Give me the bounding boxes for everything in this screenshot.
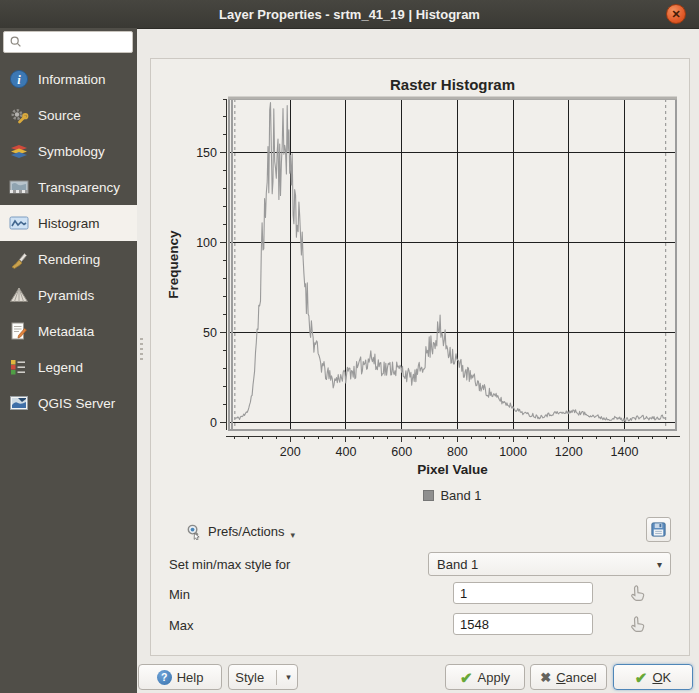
metadata-icon bbox=[9, 321, 29, 341]
chevron-down-icon: ▾ bbox=[286, 672, 291, 682]
qgis-server-icon bbox=[9, 393, 29, 413]
sidebar-item-source[interactable]: Source bbox=[0, 97, 137, 133]
check-icon: ✔ bbox=[635, 670, 648, 685]
style-button[interactable]: Style ▾ bbox=[228, 664, 298, 690]
band-select-value: Band 1 bbox=[437, 557, 478, 572]
window-title: Layer Properties - srtm_41_19 | Histogra… bbox=[219, 7, 480, 22]
close-icon: ✕ bbox=[671, 8, 680, 21]
help-label: Help bbox=[177, 670, 204, 685]
min-input[interactable] bbox=[453, 582, 593, 604]
set-minmax-label: Set min/max style for bbox=[169, 557, 290, 572]
histogram-plot[interactable]: 050100150200400600800100012001400Pixel V… bbox=[151, 89, 692, 485]
x-axis-label: Pixel Value bbox=[417, 462, 488, 477]
button-separator bbox=[276, 670, 277, 685]
y-axis-label: Frequency bbox=[166, 230, 181, 299]
sidebar-item-rendering[interactable]: Rendering bbox=[0, 241, 137, 277]
chevron-down-icon: ▾ bbox=[657, 559, 662, 570]
sidebar-item-transparency[interactable]: Transparency bbox=[0, 169, 137, 205]
check-icon: ✔ bbox=[460, 670, 473, 685]
info-icon: i bbox=[9, 69, 29, 89]
min-label: Min bbox=[169, 587, 190, 602]
cancel-label: Cancel bbox=[556, 670, 596, 685]
sidebar-item-legend[interactable]: Legend bbox=[0, 349, 137, 385]
rendering-icon bbox=[9, 249, 29, 269]
search-input[interactable] bbox=[18, 34, 132, 50]
search-icon bbox=[4, 35, 18, 49]
prefs-magnifier-icon bbox=[185, 523, 202, 540]
svg-text:400: 400 bbox=[336, 445, 357, 459]
svg-text:i: i bbox=[17, 73, 21, 87]
band-select[interactable]: Band 1 ▾ bbox=[428, 552, 671, 576]
legend-label: Band 1 bbox=[440, 488, 481, 503]
style-label: Style bbox=[235, 670, 264, 685]
svg-text:1400: 1400 bbox=[611, 445, 639, 459]
sidebar-item-metadata[interactable]: Metadata bbox=[0, 313, 137, 349]
pick-min-hand-icon[interactable] bbox=[628, 583, 647, 602]
prefs-actions-button[interactable]: Prefs/Actions ▾ bbox=[181, 518, 299, 544]
save-button[interactable] bbox=[646, 517, 671, 542]
ok-button[interactable]: ✔ OK bbox=[613, 664, 693, 690]
sidebar-list: i Information Source Symbology Transpare… bbox=[0, 61, 137, 421]
chevron-down-icon: ▾ bbox=[291, 530, 296, 540]
symbology-icon bbox=[9, 141, 29, 161]
svg-text:800: 800 bbox=[447, 445, 468, 459]
source-icon bbox=[9, 105, 29, 125]
pyramids-icon bbox=[9, 285, 29, 305]
pick-max-hand-icon[interactable] bbox=[628, 614, 647, 633]
save-icon bbox=[650, 521, 667, 538]
max-input[interactable] bbox=[453, 613, 593, 635]
sidebar-item-histogram[interactable]: Histogram bbox=[0, 205, 137, 241]
svg-text:600: 600 bbox=[391, 445, 412, 459]
help-question-icon: ? bbox=[157, 670, 172, 685]
sidebar-item-information[interactable]: i Information bbox=[0, 61, 137, 97]
prefs-actions-label: Prefs/Actions bbox=[208, 524, 285, 539]
chart-legend: Band 1 bbox=[229, 488, 676, 503]
cancel-x-icon: ✖ bbox=[540, 671, 551, 684]
help-button[interactable]: ? Help bbox=[138, 664, 222, 690]
legend-swatch-icon bbox=[423, 490, 434, 501]
cancel-button[interactable]: ✖ Cancel bbox=[530, 664, 607, 690]
svg-text:1000: 1000 bbox=[499, 445, 527, 459]
titlebar: Layer Properties - srtm_41_19 | Histogra… bbox=[0, 0, 699, 29]
svg-text:150: 150 bbox=[196, 146, 217, 160]
svg-text:100: 100 bbox=[196, 236, 217, 250]
sidebar-scrollbar[interactable] bbox=[140, 338, 143, 362]
histogram-icon bbox=[9, 213, 29, 233]
x-axis bbox=[226, 436, 680, 442]
svg-text:0: 0 bbox=[210, 416, 217, 430]
sidebar-search-box[interactable] bbox=[3, 31, 133, 53]
histogram-panel: Raster Histogram 05010015020040060080010… bbox=[150, 58, 690, 656]
sidebar-item-qgis-server[interactable]: QGIS Server bbox=[0, 385, 137, 421]
apply-button[interactable]: ✔ Apply bbox=[445, 664, 525, 690]
apply-label: Apply bbox=[478, 670, 511, 685]
max-label: Max bbox=[169, 618, 194, 633]
svg-text:1200: 1200 bbox=[555, 445, 583, 459]
sidebar-item-symbology[interactable]: Symbology bbox=[0, 133, 137, 169]
layer-properties-window: Layer Properties - srtm_41_19 | Histogra… bbox=[0, 0, 699, 693]
close-button[interactable]: ✕ bbox=[666, 4, 686, 24]
svg-text:50: 50 bbox=[203, 326, 217, 340]
ok-label: OK bbox=[652, 670, 671, 685]
sidebar-item-pyramids[interactable]: Pyramids bbox=[0, 277, 137, 313]
sidebar: i Information Source Symbology Transpare… bbox=[0, 28, 137, 693]
transparency-icon bbox=[9, 177, 29, 197]
y-axis bbox=[220, 99, 226, 430]
svg-text:200: 200 bbox=[280, 445, 301, 459]
legend-icon bbox=[9, 357, 29, 377]
